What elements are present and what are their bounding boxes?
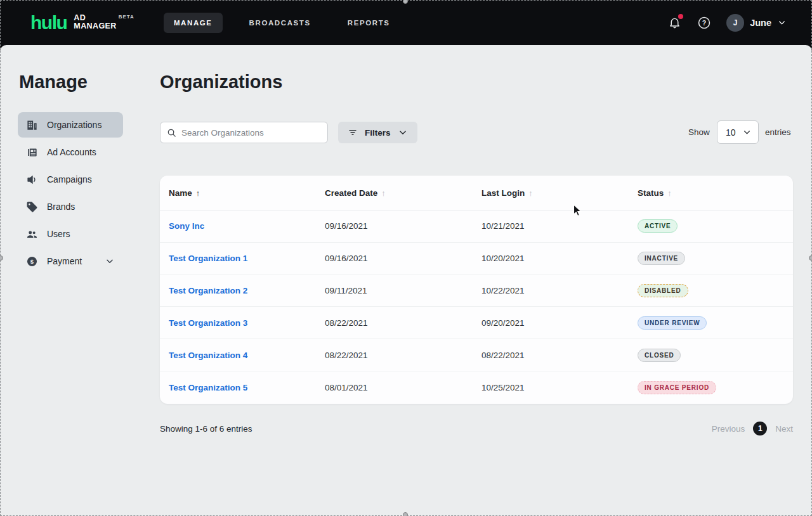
created-date-cell: 08/01/2021 [325, 383, 481, 392]
help-icon[interactable]: ? [697, 15, 712, 30]
organizations-building-icon [26, 119, 38, 131]
pagination: Previous 1 Next [712, 422, 793, 435]
created-date-cell: 08/22/2021 [325, 318, 481, 328]
svg-text:?: ? [702, 18, 706, 26]
created-date-cell: 08/22/2021 [325, 351, 481, 360]
org-name-link[interactable]: Test Organization 4 [169, 351, 325, 360]
column-header-name[interactable]: Name ↑ [169, 188, 325, 198]
table-row: Test Organization 2 09/11/2021 10/22/202… [160, 275, 793, 307]
chevron-down-icon [742, 127, 752, 137]
created-date-cell: 09/16/2021 [325, 221, 481, 231]
payment-dollar-icon: $ [26, 255, 38, 268]
sidebar-item-label: Payment [47, 256, 82, 266]
content-area: Manage Organizations [0, 45, 812, 516]
status-badge: INACTIVE [638, 252, 685, 265]
sidebar-item-payment[interactable]: $ Payment [18, 248, 123, 274]
current-page-button[interactable]: 1 [753, 422, 767, 435]
beta-tag: BETA [119, 14, 134, 20]
table-row: Test Organization 4 08/22/2021 08/22/202… [160, 339, 793, 371]
created-date-cell: 09/16/2021 [325, 254, 481, 263]
column-header-last-login[interactable]: Last Login ↑ [481, 188, 638, 198]
last-login-cell: 09/20/2021 [481, 318, 638, 328]
sidebar-item-brands[interactable]: Brands [18, 194, 123, 219]
page-size-select[interactable]: 10 [717, 120, 759, 144]
sidebar-item-label: Users [47, 229, 70, 239]
status-badge: CLOSED [638, 349, 681, 362]
sort-asc-icon[interactable]: ↑ [667, 188, 672, 198]
page-size-value: 10 [726, 127, 742, 138]
svg-text:$: $ [30, 257, 34, 264]
sidebar-item-label: Organizations [47, 120, 102, 130]
status-badge: DISABLED [638, 284, 688, 297]
sort-asc-icon[interactable]: ↑ [196, 188, 200, 198]
org-name-link[interactable]: Test Organization 3 [169, 318, 325, 328]
table-row: Sony Inc 09/16/2021 10/21/2021 ACTIVE [160, 210, 793, 243]
user-name: June [750, 18, 771, 28]
sidebar-menu: Organizations Ad Accounts [18, 112, 123, 274]
sidebar-title: Manage [19, 72, 88, 93]
filters-label: Filters [365, 128, 391, 138]
sort-asc-icon[interactable]: ↑ [381, 188, 386, 198]
sidebar-item-organizations[interactable]: Organizations [18, 112, 123, 138]
nav-manage[interactable]: MANAGE [164, 13, 223, 33]
next-page-button[interactable]: Next [775, 424, 793, 434]
last-login-cell: 10/22/2021 [481, 286, 638, 295]
last-login-cell: 08/22/2021 [481, 351, 638, 360]
status-badge: UNDER REVIEW [638, 316, 707, 330]
entries-label: entries [765, 127, 791, 137]
user-menu[interactable]: J June [726, 14, 787, 32]
search-input[interactable] [181, 128, 321, 138]
table-row: Test Organization 5 08/01/2021 10/25/202… [160, 371, 793, 404]
chevron-down-icon [777, 18, 787, 27]
resize-handle-right[interactable] [809, 255, 812, 261]
show-label: Show [688, 127, 710, 137]
chevron-down-icon [105, 256, 115, 266]
filters-button[interactable]: Filters [338, 122, 417, 143]
sidebar-item-label: Ad Accounts [47, 147, 96, 157]
hulu-ad-manager-logo: hulu AD MANAGER BETA [30, 13, 134, 32]
campaigns-megaphone-icon [26, 174, 38, 186]
sidebar-item-label: Campaigns [47, 174, 92, 184]
sidebar-item-users[interactable]: Users [18, 221, 123, 247]
nav-reports[interactable]: REPORTS [337, 13, 400, 33]
search-box[interactable] [160, 122, 328, 143]
organizations-table: Name ↑ Created Date ↑ Last Login ↑ Statu… [160, 176, 793, 404]
created-date-cell: 09/11/2021 [325, 286, 481, 295]
column-header-status[interactable]: Status ↑ [638, 188, 784, 198]
previous-page-button[interactable]: Previous [712, 424, 745, 434]
notification-dot [678, 14, 683, 19]
table-row: Test Organization 1 09/16/2021 10/20/202… [160, 243, 793, 275]
table-footer: Showing 1-6 of 6 entries Previous 1 Next [160, 420, 793, 437]
sidebar-item-label: Brands [47, 202, 75, 212]
avatar[interactable]: J [726, 14, 744, 32]
org-name-link[interactable]: Test Organization 5 [169, 383, 325, 392]
sidebar-item-ad-accounts[interactable]: Ad Accounts [18, 139, 123, 165]
ad-accounts-ledger-icon [26, 146, 38, 158]
table-row: Test Organization 3 08/22/2021 09/20/202… [160, 307, 793, 339]
status-badge: IN GRACE PERIOD [638, 381, 716, 394]
table-header-row: Name ↑ Created Date ↑ Last Login ↑ Statu… [160, 176, 793, 210]
filter-icon [348, 127, 358, 138]
top-bar-right: ? J June [667, 14, 787, 32]
sort-asc-icon[interactable]: ↑ [528, 188, 533, 198]
sidebar-item-campaigns[interactable]: Campaigns [18, 167, 123, 192]
org-name-link[interactable]: Test Organization 2 [169, 286, 325, 295]
hulu-logo: hulu [30, 13, 67, 32]
nav-broadcasts[interactable]: BROADCASTS [239, 13, 321, 33]
last-login-cell: 10/25/2021 [481, 383, 638, 392]
top-bar: hulu AD MANAGER BETA MANAGE BROADCASTS R… [0, 0, 812, 45]
brands-tag-icon [26, 201, 38, 213]
users-people-icon [26, 228, 38, 240]
org-name-link[interactable]: Sony Inc [169, 221, 325, 231]
product-name: AD MANAGER [74, 14, 116, 32]
status-badge: ACTIVE [638, 219, 678, 233]
page-title: Organizations [160, 72, 282, 93]
resize-handle-bottom[interactable] [403, 512, 408, 516]
org-name-link[interactable]: Test Organization 1 [169, 254, 325, 263]
notifications-bell-icon[interactable] [667, 15, 682, 30]
column-header-created-date[interactable]: Created Date ↑ [325, 188, 481, 198]
search-icon [167, 128, 176, 138]
entries-summary: Showing 1-6 of 6 entries [160, 424, 252, 434]
last-login-cell: 10/21/2021 [481, 221, 638, 231]
top-navigation: MANAGE BROADCASTS REPORTS [164, 13, 400, 33]
